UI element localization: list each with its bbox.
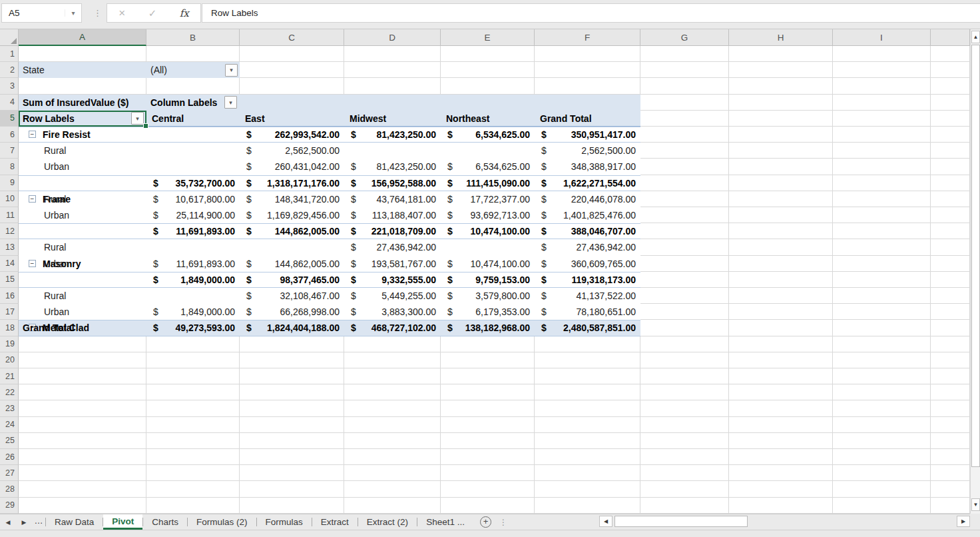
cancel-icon[interactable]: × [119, 7, 125, 20]
cell-E12[interactable]: $10,474,100.00 [441, 223, 535, 239]
row-header-27[interactable]: 27 [0, 465, 19, 481]
cell-B12[interactable]: $11,691,893.00 [146, 223, 240, 239]
cell-B18[interactable]: $49,273,593.00 [146, 320, 240, 336]
row-header-12[interactable]: 12 [0, 223, 19, 239]
cell-C9[interactable]: $1,318,171,176.00 [240, 175, 344, 191]
cell-A4[interactable]: Sum of InsuredValue ($) [19, 95, 146, 111]
cell-D8[interactable]: $81,423,250.00 [344, 159, 441, 175]
column-header-D[interactable]: D [344, 29, 441, 46]
cell-F18[interactable]: $2,480,587,851.00 [535, 320, 640, 336]
sheet-tab-extract[interactable]: Extract [312, 514, 358, 530]
sheet-tab-formulas-2[interactable]: Formulas (2) [188, 514, 256, 530]
cell-B13[interactable] [146, 239, 240, 255]
cell-F8[interactable]: $348,388,917.00 [535, 159, 640, 175]
cell-F14[interactable]: $360,609,765.00 [535, 256, 640, 272]
cell-A16[interactable]: Rural [19, 288, 146, 304]
scroll-down-icon[interactable]: ▼ [971, 498, 980, 511]
scroll-up-icon[interactable]: ▲ [971, 31, 980, 43]
cell-C16[interactable]: $32,108,467.00 [240, 288, 344, 304]
row-header-15[interactable]: 15 [0, 272, 19, 288]
row-header-28[interactable]: 28 [0, 481, 19, 497]
sheet-tab-charts[interactable]: Charts [143, 514, 187, 530]
sheet-tab-raw-data[interactable]: Raw Data [46, 514, 103, 530]
vertical-scroll-thumb[interactable] [971, 45, 980, 467]
cell-C7[interactable]: $2,562,500.00 [240, 143, 344, 159]
tabs-overflow-icon[interactable]: … [32, 514, 45, 530]
cell-D15[interactable]: $9,332,555.00 [344, 272, 441, 288]
row-header-25[interactable]: 25 [0, 433, 19, 449]
filter-dropdown-icon[interactable]: ▾ [225, 64, 238, 77]
cell-B17[interactable]: $1,849,000.00 [146, 304, 240, 320]
tabs-scroll-right-icon[interactable]: ▶ [16, 514, 32, 530]
cell-C11[interactable]: $1,169,829,456.00 [240, 207, 344, 223]
cell-F17[interactable]: $78,180,651.00 [535, 304, 640, 320]
cell-B10[interactable]: $10,617,800.00 [146, 191, 240, 207]
cell-B14[interactable]: $11,691,893.00 [146, 256, 240, 272]
sheet-tab-sheet1[interactable]: Sheet1 ... [417, 514, 473, 530]
cell-D13[interactable]: $27,436,942.00 [344, 239, 441, 255]
scroll-right-icon[interactable]: ▶ [957, 516, 970, 527]
cell-E13[interactable] [441, 239, 535, 255]
row-header-14[interactable]: 14 [0, 256, 19, 272]
row-header-8[interactable]: 8 [0, 159, 19, 175]
cell-E7[interactable] [441, 143, 535, 159]
cell-C14[interactable]: $144,862,005.00 [240, 256, 344, 272]
cell-D5[interactable]: Midwest [344, 111, 441, 127]
name-box[interactable]: A5 ▾ [1, 3, 82, 23]
cell-F13[interactable]: $27,436,942.00 [535, 239, 640, 255]
cell-A17[interactable]: Urban [19, 304, 146, 320]
cell-B5[interactable]: Central [146, 111, 240, 127]
cell-A7[interactable]: Rural [19, 143, 146, 159]
cell-E8[interactable]: $6,534,625.00 [441, 159, 535, 175]
name-box-dropdown-icon[interactable]: ▾ [65, 9, 81, 17]
row-header-7[interactable]: 7 [0, 143, 19, 159]
cell-A13[interactable]: Rural [19, 239, 146, 255]
row-header-21[interactable]: 21 [0, 368, 19, 384]
cell-B8[interactable] [146, 159, 240, 175]
cell-C5[interactable]: East [240, 111, 344, 127]
cell-C12[interactable]: $144,862,005.00 [240, 223, 344, 239]
row-header-11[interactable]: 11 [0, 207, 19, 223]
scroll-left-icon[interactable]: ◀ [599, 516, 612, 527]
fill-handle[interactable] [143, 123, 148, 129]
row-header-9[interactable]: 9 [0, 175, 19, 191]
vertical-scrollbar[interactable]: ▲ ▼ [970, 29, 980, 514]
cell-B15[interactable]: $1,849,000.00 [146, 272, 240, 288]
cell-D11[interactable]: $113,188,407.00 [344, 207, 441, 223]
row-header-24[interactable]: 24 [0, 417, 19, 433]
row-header-20[interactable]: 20 [0, 352, 19, 368]
cell-E9[interactable]: $111,415,090.00 [441, 175, 535, 191]
sheet-tab-pivot[interactable]: Pivot [103, 514, 142, 530]
horizontal-scroll-thumb[interactable] [614, 516, 748, 527]
cell-C17[interactable]: $66,268,998.00 [240, 304, 344, 320]
cell-A18[interactable]: Grand Total [19, 320, 146, 336]
cell-F16[interactable]: $41,137,522.00 [535, 288, 640, 304]
column-header-F[interactable]: F [535, 29, 640, 46]
cell-A14[interactable]: Urban [19, 256, 146, 272]
cell-C18[interactable]: $1,824,404,188.00 [240, 320, 344, 336]
column-header-A[interactable]: A [19, 29, 146, 46]
horizontal-scrollbar[interactable]: ◀ ▶ [595, 514, 970, 530]
cell-F5[interactable]: Grand Total [535, 111, 640, 127]
cell-D14[interactable]: $193,581,767.00 [344, 256, 441, 272]
row-header-5[interactable]: 5 [0, 111, 19, 127]
column-header-G[interactable]: G [640, 29, 729, 46]
cell-F12[interactable]: $388,046,707.00 [535, 223, 640, 239]
cell-E11[interactable]: $93,692,713.00 [441, 207, 535, 223]
cell-E10[interactable]: $17,722,377.00 [441, 191, 535, 207]
row-header-13[interactable]: 13 [0, 239, 19, 255]
collapse-icon[interactable]: − [29, 131, 36, 138]
cell-C13[interactable] [240, 239, 344, 255]
row-header-3[interactable]: 3 [0, 78, 19, 94]
cell-D12[interactable]: $221,018,709.00 [344, 223, 441, 239]
cell-A2[interactable]: State [19, 62, 146, 78]
cell-E6[interactable]: $6,534,625.00 [441, 127, 535, 143]
formula-bar-grip-icon[interactable]: ⋮ [93, 8, 102, 18]
tabs-scroll-left-icon[interactable]: ◀ [0, 514, 16, 530]
column-labels-dropdown-icon[interactable]: ▾ [224, 96, 237, 109]
cell-E5[interactable]: Northeast [441, 111, 535, 127]
cell-E16[interactable]: $3,579,800.00 [441, 288, 535, 304]
formula-input[interactable]: Row Labels [202, 3, 980, 23]
cell-E14[interactable]: $10,474,100.00 [441, 256, 535, 272]
cell-E18[interactable]: $138,182,968.00 [441, 320, 535, 336]
